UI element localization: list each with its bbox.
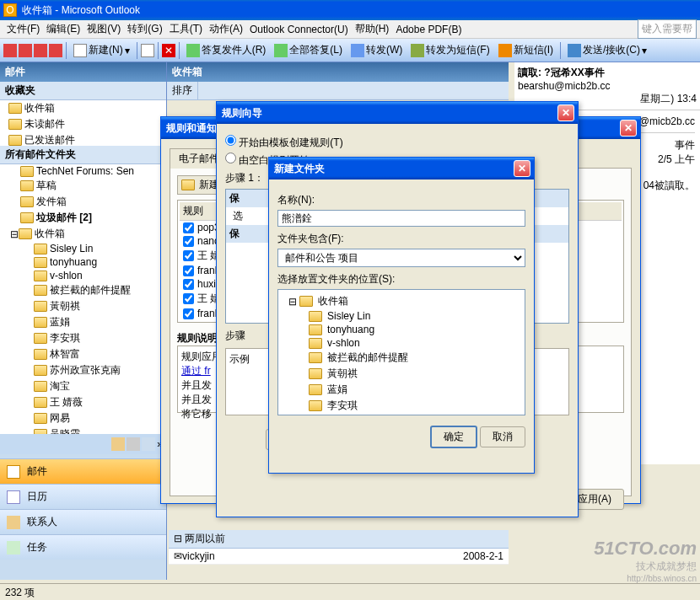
watermark: 51CTO.com 技术成就梦想 http://bbs.winos.cn [594,538,697,583]
navbtn-calendar[interactable]: 日历 [0,484,166,509]
new-button[interactable]: 新建(N) ▾ [70,41,133,59]
delete-icon[interactable]: ✕ [162,44,175,57]
print-icon[interactable] [141,44,154,57]
folders-icon[interactable] [127,437,140,451]
preview-subject: 讀取: ?冠希XX事件 [518,66,697,80]
contains-label: 文件夹包含(F): [277,232,525,246]
navbtn-contacts[interactable]: 联系人 [0,509,166,534]
tasks-icon [7,541,20,554]
msg-date: 2008-2-1 [463,550,503,562]
folder-outbox[interactable]: 发件箱 [0,194,166,210]
shortcuts-icon[interactable] [142,437,155,451]
forward-sms-button[interactable]: 转发为短信(F) [407,41,493,59]
nav-pane: 邮件 收藏夹 收件箱 未读邮件 已发送邮件 所有邮件文件夹 TechNet Fo… [0,62,167,580]
menu-edit[interactable]: 编辑(E) [43,20,83,38]
cancel-button[interactable]: 取消 [480,426,525,447]
subfolder[interactable]: 淘宝 [0,378,166,394]
tree-child[interactable]: 林智富 [302,414,521,415]
reply-all-button[interactable]: 全部答复(L) [271,41,346,59]
close-button[interactable]: ✕ [620,120,637,137]
location-label: 选择放置文件夹的位置(S): [277,272,525,287]
calendar-icon [7,490,20,504]
navbtn-mail[interactable]: 邮件 [0,458,166,484]
message-row[interactable]: ✉ vickyjin 2008-2-1 [169,549,509,565]
new-sms-button[interactable]: 新短信(I) [495,41,557,59]
fav-inbox[interactable]: 收件箱 [0,100,166,116]
tree-child[interactable]: 被拦截的邮件提醒 [302,350,521,366]
fav-unread[interactable]: 未读邮件 [0,116,166,132]
pdf-icon-2[interactable] [19,44,32,57]
subfolder[interactable]: 被拦截的邮件提醒 [0,282,166,298]
tree-child[interactable]: 李安琪 [302,398,521,414]
ok-button[interactable]: 确定 [430,426,477,448]
outlook-icon: O [3,3,17,17]
folder-tree: TechNet Forums: Sen 草稿 发件箱 垃圾邮件 [2] ⊟ 收件… [0,164,166,434]
menu-file[interactable]: 文件(F) [3,20,43,38]
subfolder[interactable]: 吴晓霞 [0,426,166,434]
folder-name-input[interactable] [277,210,525,227]
menu-help[interactable]: 帮助(H) [352,20,393,38]
subfolder[interactable]: v-shlon [0,269,166,282]
forward-button[interactable]: 转发(W) [347,41,406,59]
subfolder[interactable]: tonyhuang [0,255,166,269]
navbtn-tasks[interactable]: 任务 [0,534,166,560]
subfolder[interactable]: Sisley Lin [0,242,166,255]
newfolder-title[interactable]: 新建文件夹 ✕ [269,158,534,179]
menu-tools[interactable]: 工具(T) [166,20,206,38]
window-titlebar: O 收件箱 - Microsoft Outlook [0,0,700,20]
radio-template[interactable] [225,135,236,146]
tree-child[interactable]: tonyhuang [302,323,521,336]
notes-icon[interactable] [111,437,125,451]
subfolder[interactable]: 网易 [0,410,166,426]
subfolder[interactable]: 王 婧薇 [0,394,166,410]
subfolder[interactable]: 李安琪 [0,330,166,346]
window-title: 收件箱 - Microsoft Outlook [22,3,140,18]
folder-drafts[interactable]: 草稿 [0,178,166,194]
send-receive-button[interactable]: 发送/接收(C) ▾ [564,41,650,59]
folder-technet[interactable]: TechNet Forums: Sen [0,164,166,178]
new-folder-dialog: 新建文件夹 ✕ 名称(N): 文件夹包含(F): 邮件和公告 项目 选择放置文件… [268,157,535,474]
radio-blank[interactable] [225,153,236,163]
nav-header: 邮件 [0,62,166,82]
menu-actions[interactable]: 动作(A) [206,20,246,38]
pdf-icon-3[interactable] [34,44,47,57]
tree-child[interactable]: 黃朝祺 [302,366,521,382]
fav-sent[interactable]: 已发送邮件 [0,132,166,146]
close-button[interactable]: ✕ [557,104,574,121]
tree-child[interactable]: Sisley Lin [302,309,521,323]
subfolder[interactable]: 林智富 [0,346,166,362]
folder-inbox[interactable]: ⊟ 收件箱 [0,226,166,242]
favorites-header[interactable]: 收藏夹 [0,82,166,100]
tree-child[interactable]: v-shlon [302,336,521,350]
pdf-icon[interactable] [3,44,17,57]
subfolder[interactable]: 蓝娟 [0,314,166,330]
msg-from: vickyjin [182,550,215,562]
folder-junk[interactable]: 垃圾邮件 [2] [0,210,166,226]
inbox-header: 收件箱 [167,62,509,82]
subfolder[interactable]: 黃朝祺 [0,298,166,314]
close-button[interactable]: ✕ [514,160,530,177]
tree-root[interactable]: ⊟ 收件箱 [282,293,521,309]
pdf-icon-4[interactable] [49,44,62,57]
tree-child[interactable]: 蓝娟 [302,382,521,398]
menu-goto[interactable]: 转到(G) [124,20,165,38]
favorites-tree: 收件箱 未读邮件 已发送邮件 [0,100,166,146]
mail-icon [7,465,20,479]
location-tree[interactable]: ⊟ 收件箱 Sisley Lintonyhuangv-shlon被拦截的邮件提醒… [277,289,525,415]
menu-connector[interactable]: Outlook Connector(U) [246,22,352,37]
help-search[interactable]: 键入需要帮 [638,19,697,39]
wizard-title[interactable]: 规则向导 ✕ [217,102,578,124]
item-count: 232 项 [5,587,35,598]
status-bar: 232 项 [0,583,700,600]
contacts-icon [7,516,20,529]
subfolder[interactable]: 苏州政宣张克南 [0,362,166,378]
menu-view[interactable]: 视图(V) [83,20,124,38]
column-headers[interactable]: 排序 [167,82,509,100]
group-header[interactable]: ⊟ 两周以前 [169,530,509,549]
folder-contains-select[interactable]: 邮件和公告 项目 [277,249,525,267]
menubar: 文件(F) 编辑(E) 视图(V) 转到(G) 工具(T) 动作(A) Outl… [0,20,700,39]
all-folders-header[interactable]: 所有邮件文件夹 [0,146,166,164]
reply-button[interactable]: 答复发件人(R) [183,41,270,59]
nav-shortcut-bar: » [0,434,166,454]
menu-adobe[interactable]: Adobe PDF(B) [392,22,465,37]
